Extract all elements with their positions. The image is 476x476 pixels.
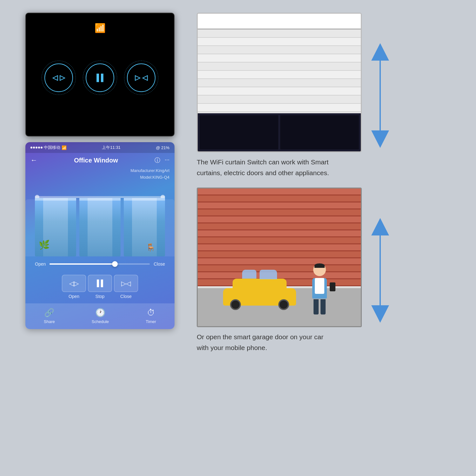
stop-button-wrap: ▐ ▌ Stop	[88, 275, 112, 299]
window-arrows	[371, 26, 389, 165]
wifi-status-icon: 📶	[62, 145, 67, 150]
open-label: Open	[35, 261, 46, 267]
close-button-wrap: ▷◁ Close	[114, 275, 138, 299]
garage-arrow-up-icon	[371, 218, 389, 235]
battery-label: @ 21%	[156, 145, 169, 150]
car	[223, 288, 296, 314]
person-body	[312, 278, 327, 299]
manufacturer-line1: Manufacturer:KingArt	[30, 168, 169, 174]
window-glass-area	[198, 113, 361, 151]
window-desc-line2: curtains, electric doors and other appli…	[197, 168, 362, 178]
person-head	[313, 263, 326, 276]
garage-door-slats	[198, 188, 361, 290]
window-description: The WiFi curtain Switch can work with Sm…	[197, 152, 362, 178]
slider-fill	[50, 263, 115, 265]
switch-btn-stop[interactable]: ▐ ▌	[86, 63, 114, 92]
schedule-label: Schedule	[92, 319, 109, 324]
timer-label: Timer	[146, 319, 156, 324]
person-legs	[307, 299, 332, 314]
timer-icon: ⏱	[147, 308, 155, 318]
garage-arrow-down-icon	[371, 305, 389, 323]
time-label: 上午11:31	[102, 145, 121, 150]
car-body	[223, 288, 296, 306]
open-icon: ◁ ▷	[52, 74, 65, 82]
stop-button-label: Stop	[96, 294, 105, 299]
arrow-up-icon	[371, 43, 389, 61]
curtain-slider-section: Open Close	[25, 256, 175, 272]
person-phone-device	[330, 282, 335, 291]
close-button[interactable]: ▷◁	[114, 275, 138, 292]
arrow-down-icon	[371, 130, 389, 148]
info-icon[interactable]: ⓘ	[155, 156, 160, 164]
nav-timer[interactable]: ⏱ Timer	[146, 308, 156, 324]
close-button-label: Close	[120, 294, 132, 299]
curtain-right	[124, 198, 165, 256]
arrows-connector	[380, 61, 381, 130]
garage-arrows-connector	[380, 235, 381, 305]
more-icon[interactable]: ···	[165, 156, 169, 164]
switch-btn-open[interactable]: ◁ ▷	[44, 63, 73, 92]
curtain-slider-track[interactable]	[50, 263, 150, 265]
right-column: The WiFi curtain Switch can work with Sm…	[197, 13, 457, 353]
curtain-center	[79, 198, 121, 256]
device-title: Office Window	[74, 157, 118, 164]
share-icon: 🔗	[44, 308, 54, 318]
signal-dots	[30, 147, 43, 149]
slider-thumb[interactable]	[112, 261, 118, 267]
garage-desc-line1: Or open the smart garage door on your ca…	[197, 332, 362, 342]
share-label: Share	[44, 319, 55, 324]
close-label: Close	[154, 261, 165, 267]
roller-housing	[198, 14, 361, 30]
left-column: 📶 ◁ ▷ ▐ ▌ ▷ ◁ 中	[25, 13, 175, 329]
garage-arrows	[371, 201, 389, 340]
schedule-icon: 🕐	[95, 308, 105, 318]
person-shirt-inner	[315, 278, 324, 294]
nightstand-icon: 🪑	[146, 243, 155, 252]
bottom-nav: 🔗 Share 🕐 Schedule ⏱ Timer	[25, 303, 175, 329]
person	[307, 263, 332, 314]
open-button-wrap: ◁▷ Open	[62, 275, 86, 299]
window-pane-left	[200, 115, 278, 149]
garage-description: Or open the smart garage door on your ca…	[197, 327, 362, 353]
control-buttons: ◁▷ Open ▐ ▌ Stop ▷◁ Close	[25, 272, 175, 303]
garage-illustration	[197, 188, 362, 327]
window-pane-right	[280, 115, 359, 149]
car-wheel-front	[278, 299, 289, 310]
plant-icon: 🌿	[39, 240, 50, 250]
person-hair	[314, 263, 325, 268]
garage-section: Or open the smart garage door on your ca…	[197, 188, 457, 353]
curtain-scene: 🌿 🪑	[25, 183, 175, 256]
window-desc-line1: The WiFi curtain Switch can work with Sm…	[197, 157, 362, 168]
phone-header: ← Office Window ⓘ ···	[25, 153, 175, 168]
stop-icon: ▐ ▌	[94, 74, 106, 82]
person-leg-right	[321, 299, 326, 314]
open-button[interactable]: ◁▷	[62, 275, 86, 292]
open-button-label: Open	[69, 294, 79, 299]
nav-schedule[interactable]: 🕐 Schedule	[92, 308, 109, 324]
stop-button[interactable]: ▐ ▌	[88, 275, 112, 292]
car-window-front	[260, 270, 277, 279]
car-wheel-rear	[230, 299, 241, 310]
manufacturer-info: Manufacturer:KingArt Model:KING-Q4	[25, 168, 175, 183]
wifi-icon: 📶	[95, 23, 106, 33]
close-icon: ▷ ◁	[135, 74, 148, 82]
status-bar: 中国移动 📶 上午11:31 @ 21%	[25, 142, 175, 153]
switch-buttons: ◁ ▷ ▐ ▌ ▷ ◁	[44, 63, 155, 92]
status-left: 中国移动 📶	[30, 145, 67, 150]
person-leg-left	[314, 299, 319, 314]
carrier-label: 中国移动	[44, 145, 60, 150]
garage-desc-line2: with your mobile phone.	[197, 342, 362, 353]
phone-app-ui: 中国移动 📶 上午11:31 @ 21% ← Office Window ⓘ ·…	[25, 142, 175, 329]
switch-panel: 📶 ◁ ▷ ▐ ▌ ▷ ◁	[25, 13, 175, 136]
window-illustration	[197, 13, 362, 152]
switch-btn-close[interactable]: ▷ ◁	[127, 63, 155, 92]
car-window-rear	[242, 270, 256, 279]
manufacturer-line2: Model:KING-Q4	[30, 174, 169, 181]
window-section: The WiFi curtain Switch can work with Sm…	[197, 13, 457, 178]
nav-share[interactable]: 🔗 Share	[44, 308, 55, 324]
header-icons: ⓘ ···	[155, 156, 169, 164]
back-icon[interactable]: ←	[30, 156, 37, 164]
